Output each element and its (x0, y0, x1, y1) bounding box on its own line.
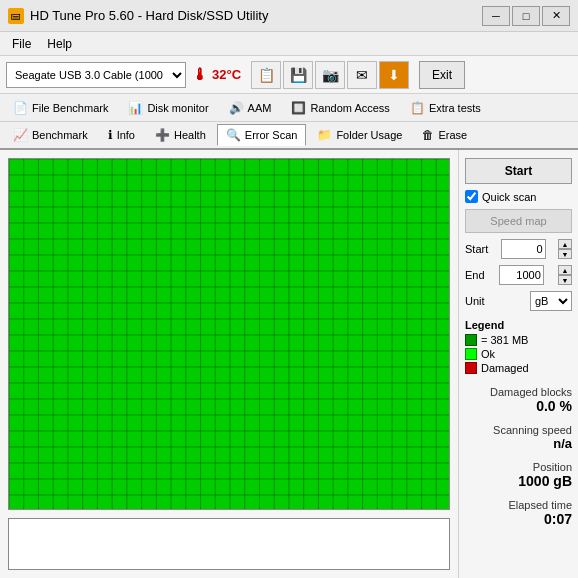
thermometer-icon: 🌡 (192, 66, 208, 84)
legend-label-0: = 381 MB (481, 334, 528, 346)
tab-aam-label: AAM (248, 102, 272, 114)
elapsed-time-section: Elapsed time 0:07 (465, 499, 572, 527)
tab-disk-monitor[interactable]: 📊 Disk monitor (119, 97, 217, 119)
temperature-display: 🌡 32°C (192, 66, 241, 84)
end-param-row: End ▲ ▼ (465, 265, 572, 285)
health-icon: ➕ (155, 128, 170, 142)
scanning-speed-section: Scanning speed n/a (465, 424, 572, 451)
start-spinner: ▲ ▼ (558, 239, 572, 259)
quick-scan-label[interactable]: Quick scan (482, 191, 536, 203)
start-input[interactable] (501, 239, 546, 259)
aam-icon: 🔊 (229, 101, 244, 115)
disk-monitor-icon: 📊 (128, 101, 143, 115)
unit-select[interactable]: gB MB (530, 291, 572, 311)
close-button[interactable]: ✕ (542, 6, 570, 26)
tab-info-label: Info (117, 129, 135, 141)
minimize-button[interactable]: ─ (482, 6, 510, 26)
menu-file[interactable]: File (4, 35, 39, 53)
restore-button[interactable]: □ (512, 6, 540, 26)
legend-title: Legend (465, 319, 572, 331)
tab-erase-label: Erase (438, 129, 467, 141)
quick-scan-checkbox[interactable] (465, 190, 478, 203)
damaged-blocks-section: Damaged blocks 0.0 % (465, 386, 572, 414)
tab-disk-monitor-label: Disk monitor (147, 102, 208, 114)
position-section: Position 1000 gB (465, 461, 572, 489)
toolbar-btn-4[interactable]: ✉ (347, 61, 377, 89)
toolbar-btn-5[interactable]: ⬇ (379, 61, 409, 89)
tab-random-access-label: Random Access (310, 102, 389, 114)
unit-param-label: Unit (465, 295, 485, 307)
result-bar (8, 518, 450, 570)
elapsed-time-value: 0:07 (465, 511, 572, 527)
legend-label-1: Ok (481, 348, 495, 360)
toolbar-btn-2[interactable]: 💾 (283, 61, 313, 89)
temperature-value: 32°C (212, 67, 241, 82)
damaged-blocks-value: 0.0 % (465, 398, 572, 414)
elapsed-time-label: Elapsed time (465, 499, 572, 511)
toolbar-btn-1[interactable]: 📋 (251, 61, 281, 89)
tab-health[interactable]: ➕ Health (146, 124, 215, 146)
grid-canvas (8, 158, 450, 510)
tab-random-access[interactable]: 🔲 Random Access (282, 97, 398, 119)
drive-select[interactable]: Seagate USB 3.0 Cable (1000 gB) (6, 62, 186, 88)
damaged-blocks-label: Damaged blocks (465, 386, 572, 398)
error-scan-icon: 🔍 (226, 128, 241, 142)
exit-button[interactable]: Exit (419, 61, 465, 89)
end-spin-up[interactable]: ▲ (558, 265, 572, 275)
random-access-icon: 🔲 (291, 101, 306, 115)
toolbar: Seagate USB 3.0 Cable (1000 gB) 🌡 32°C 📋… (0, 56, 578, 94)
tab-file-benchmark[interactable]: 📄 File Benchmark (4, 97, 117, 119)
end-spin-down[interactable]: ▼ (558, 275, 572, 285)
legend-item-0: = 381 MB (465, 334, 572, 346)
tab-error-scan-label: Error Scan (245, 129, 298, 141)
extra-tests-icon: 📋 (410, 101, 425, 115)
tab-benchmark[interactable]: 📈 Benchmark (4, 124, 97, 146)
tab-benchmark-label: Benchmark (32, 129, 88, 141)
grid-overlay (9, 159, 450, 510)
end-spinner: ▲ ▼ (558, 265, 572, 285)
legend-box-1 (465, 348, 477, 360)
tab-folder-usage[interactable]: 📁 Folder Usage (308, 124, 411, 146)
benchmark-icon: 📈 (13, 128, 28, 142)
tab-folder-usage-label: Folder Usage (336, 129, 402, 141)
quick-scan-row: Quick scan (465, 190, 572, 203)
start-param-label: Start (465, 243, 488, 255)
window-title: HD Tune Pro 5.60 - Hard Disk/SSD Utility (30, 8, 268, 23)
unit-param-row: Unit gB MB (465, 291, 572, 311)
right-panel: Start Quick scan Speed map Start ▲ ▼ End… (458, 150, 578, 578)
tab-extra-tests[interactable]: 📋 Extra tests (401, 97, 490, 119)
position-label: Position (465, 461, 572, 473)
legend-section: Legend = 381 MB Ok Damaged (465, 319, 572, 376)
tab-erase[interactable]: 🗑 Erase (413, 124, 476, 146)
file-benchmark-icon: 📄 (13, 101, 28, 115)
graph-area (0, 150, 458, 578)
tab-info[interactable]: ℹ Info (99, 124, 144, 146)
end-param-label: End (465, 269, 485, 281)
end-input[interactable] (499, 265, 544, 285)
tab-file-benchmark-label: File Benchmark (32, 102, 108, 114)
tab-health-label: Health (174, 129, 206, 141)
tab-error-scan[interactable]: 🔍 Error Scan (217, 124, 307, 146)
erase-icon: 🗑 (422, 128, 434, 142)
menu-help[interactable]: Help (39, 35, 80, 53)
position-value: 1000 gB (465, 473, 572, 489)
start-spin-down[interactable]: ▼ (558, 249, 572, 259)
legend-item-2: Damaged (465, 362, 572, 374)
toolbar-icons: 📋 💾 📷 ✉ ⬇ (251, 61, 409, 89)
main-content: Start Quick scan Speed map Start ▲ ▼ End… (0, 150, 578, 578)
legend-label-2: Damaged (481, 362, 529, 374)
legend-box-2 (465, 362, 477, 374)
speed-map-button[interactable]: Speed map (465, 209, 572, 233)
info-icon: ℹ (108, 128, 113, 142)
tab-aam[interactable]: 🔊 AAM (220, 97, 281, 119)
scanning-speed-value: n/a (465, 436, 572, 451)
start-button[interactable]: Start (465, 158, 572, 184)
start-spin-up[interactable]: ▲ (558, 239, 572, 249)
menu-bar: File Help (0, 32, 578, 56)
scanning-speed-label: Scanning speed (465, 424, 572, 436)
tabs-row1: 📄 File Benchmark 📊 Disk monitor 🔊 AAM 🔲 … (0, 94, 578, 122)
window-controls[interactable]: ─ □ ✕ (482, 6, 570, 26)
toolbar-btn-3[interactable]: 📷 (315, 61, 345, 89)
legend-item-1: Ok (465, 348, 572, 360)
start-param-row: Start ▲ ▼ (465, 239, 572, 259)
